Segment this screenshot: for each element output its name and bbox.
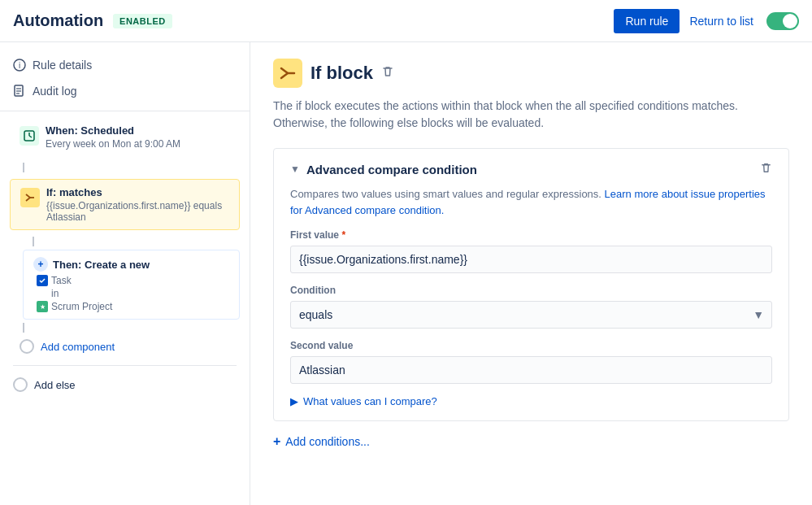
page-title: If block (310, 63, 373, 84)
sidebar-if-block[interactable]: If: matches {{issue.Organizations.first.… (10, 179, 240, 230)
document-icon (13, 85, 26, 98)
then-block-title: Then: Create a new (53, 259, 150, 271)
if-icon (20, 188, 40, 207)
condition-select-wrapper: equals not equals contains not contains … (290, 301, 772, 329)
description-line2: Otherwise, the following else blocks wil… (273, 116, 544, 129)
connector-line-2 (33, 237, 34, 246)
if-block-icon-large (273, 59, 302, 88)
sidebar-item-audit-log[interactable]: Audit log (0, 78, 250, 104)
sidebar-item-rule-details[interactable]: i Rule details (0, 52, 250, 78)
second-value-group: Second value (290, 340, 772, 384)
second-value-input[interactable] (290, 356, 772, 384)
page-description: The if block executes the actions within… (273, 98, 789, 132)
first-value-group: First value * (290, 229, 772, 273)
connector-line-3 (23, 323, 24, 333)
sidebar-then-wrap: + Then: Create a new Task in ★ (23, 250, 250, 320)
add-else-row[interactable]: Add else (0, 371, 250, 398)
project-label: Scrum Project (51, 301, 112, 312)
when-block-detail: Every week on Mon at 9:00 AM (46, 138, 230, 150)
rule-details-label: Rule details (33, 59, 92, 72)
info-icon: i (13, 59, 26, 72)
task-label: Task (51, 275, 72, 286)
condition-card-header: ▼ Advanced compare condition (290, 162, 772, 176)
svg-text:i: i (19, 61, 20, 70)
add-conditions-row[interactable]: + Add conditions... (273, 434, 789, 449)
if-block-content: If: matches {{issue.Organizations.first.… (46, 186, 229, 223)
then-plus-icon: + (33, 257, 48, 272)
condition-select[interactable]: equals not equals contains not contains … (290, 301, 772, 329)
add-conditions-label: Add conditions... (285, 435, 370, 448)
condition-card: ▼ Advanced compare condition Compares tw… (273, 148, 789, 421)
condition-title: Advanced compare condition (306, 163, 760, 176)
if-block-title: If: matches (46, 186, 229, 198)
add-else-label: Add else (34, 379, 76, 391)
audit-log-label: Audit log (33, 85, 76, 98)
add-component-circle (20, 339, 34, 354)
return-to-list-link[interactable]: Return to list (689, 15, 753, 28)
app-title: Automation (13, 11, 103, 30)
expand-values-row[interactable]: ▶ What values can I compare? (290, 395, 772, 407)
svg-line-8 (29, 136, 32, 137)
sidebar-when-block[interactable]: When: Scheduled Every week on Mon at 9:0… (10, 118, 240, 156)
run-rule-button[interactable]: Run rule (614, 9, 680, 33)
sidebar-then-block[interactable]: + Then: Create a new Task in ★ (23, 250, 240, 320)
when-block-content: When: Scheduled Every week on Mon at 9:0… (46, 124, 230, 150)
in-label: in (51, 288, 59, 299)
then-block-details: Task in ★ Scrum Project (33, 275, 229, 312)
enabled-badge: ENABLED (113, 14, 172, 28)
connector-line (23, 163, 24, 172)
condition-trash-button[interactable] (760, 162, 772, 176)
condition-group: Condition equals not equals contains not… (290, 285, 772, 329)
expand-chevron-icon: ▶ (290, 395, 298, 407)
add-else-circle (13, 377, 28, 392)
required-star: * (341, 229, 345, 241)
description-line1: The if block executes the actions within… (273, 99, 738, 112)
condition-desc-text: Compares two values using smart values a… (290, 188, 601, 200)
first-value-label: First value * (290, 229, 772, 241)
task-icon (37, 275, 48, 286)
add-component-row[interactable]: Add component (0, 333, 250, 360)
second-value-label: Second value (290, 340, 772, 351)
app-header: Automation ENABLED Run rule Return to li… (0, 0, 812, 42)
add-component-label: Add component (41, 341, 115, 353)
condition-label: Condition (290, 285, 772, 296)
sidebar: i Rule details Audit log When: Scheduled… (0, 42, 250, 505)
if-block-detail: {{issue.Organizations.first.name}} equal… (46, 200, 229, 223)
when-icon (20, 126, 39, 146)
condition-description: Compares two values using smart values a… (290, 186, 772, 218)
add-conditions-plus-icon: + (273, 434, 280, 449)
main-content: If block The if block executes the actio… (250, 42, 812, 505)
first-value-input[interactable] (290, 246, 772, 273)
collapse-button[interactable]: ▼ (290, 163, 300, 175)
scrum-icon: ★ (37, 301, 48, 312)
page-trash-button[interactable] (381, 65, 394, 81)
expand-label: What values can I compare? (303, 395, 437, 407)
when-block-title: When: Scheduled (46, 124, 230, 137)
enabled-toggle[interactable] (766, 12, 799, 30)
page-header: If block (273, 59, 789, 88)
